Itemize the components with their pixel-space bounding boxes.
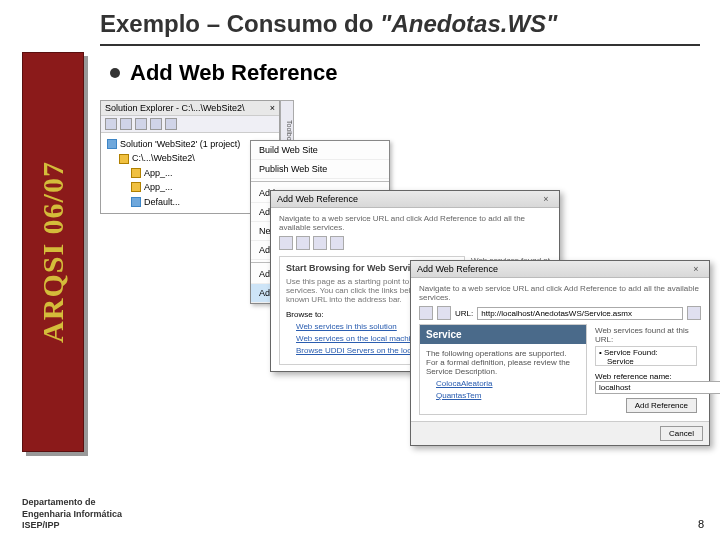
tree-label: App_... <box>144 166 173 180</box>
url-label: URL: <box>455 309 473 318</box>
sidebar-banner: ARQSI 06/07 <box>22 52 84 452</box>
ref-name-row: Web reference name: <box>595 372 697 394</box>
service-desc: The following operations are supported. … <box>426 349 580 376</box>
close-icon[interactable]: × <box>689 264 703 274</box>
dialog-desc: Navigate to a web service URL and click … <box>279 214 551 232</box>
service-pane: Service The following operations are sup… <box>419 324 587 415</box>
ref-name-input[interactable] <box>595 381 720 394</box>
bullet-icon <box>110 68 120 78</box>
forward-icon[interactable] <box>296 236 310 250</box>
found-box: • Service Found: Service <box>595 346 697 366</box>
add-reference-button[interactable]: Add Reference <box>626 398 697 413</box>
footer-line2: Engenharia Informática <box>22 509 122 521</box>
results-pane: Web services found at this URL: • Servic… <box>591 324 701 415</box>
toolbar-icon[interactable] <box>150 118 162 130</box>
tree-label: C:\...\WebSite2\ <box>132 151 195 165</box>
solution-explorer-title: Solution Explorer - C:\...\WebSite2\ <box>105 103 244 113</box>
dialog-titlebar: Add Web Reference × <box>271 191 559 208</box>
operation-link[interactable]: QuantasTem <box>436 391 570 400</box>
refresh-icon[interactable] <box>330 236 344 250</box>
close-icon[interactable]: × <box>270 103 275 113</box>
slide-title: Exemplo – Consumo do "Anedotas.WS" <box>100 10 700 46</box>
page-number: 8 <box>698 518 704 530</box>
toolbar-icon[interactable] <box>120 118 132 130</box>
sidebar-label: ARQSI 06/07 <box>36 161 70 343</box>
dialog-button-row: Cancel <box>411 421 709 445</box>
solution-icon <box>107 139 117 149</box>
dialog-body: Navigate to a web service URL and click … <box>411 278 709 421</box>
service-header: Service <box>420 325 586 344</box>
footer-line1: Departamento de <box>22 497 122 509</box>
footer-line3: ISEP/IPP <box>22 520 122 532</box>
screenshot-stack: Solution Explorer - C:\...\WebSite2\ × S… <box>100 100 710 490</box>
folder-icon <box>119 154 129 164</box>
url-input[interactable] <box>477 307 683 320</box>
url-row: URL: <box>419 306 701 320</box>
cancel-button[interactable]: Cancel <box>660 426 703 441</box>
add-web-reference-dialog-2: Add Web Reference × Navigate to a web se… <box>410 260 710 446</box>
forward-icon[interactable] <box>437 306 451 320</box>
solution-explorer-titlebar: Solution Explorer - C:\...\WebSite2\ × <box>101 101 279 116</box>
back-icon[interactable] <box>419 306 433 320</box>
dialog-title: Add Web Reference <box>417 264 498 274</box>
close-icon[interactable]: × <box>539 194 553 204</box>
found-item: • Service Found: <box>599 348 693 357</box>
operation-link[interactable]: ColocaAleatoria <box>436 379 570 388</box>
back-icon[interactable] <box>279 236 293 250</box>
dialog-columns: Service The following operations are sup… <box>419 324 701 415</box>
home-icon[interactable] <box>313 236 327 250</box>
ref-label: Web reference name: <box>595 372 697 381</box>
folder-icon <box>131 168 141 178</box>
solution-explorer-toolbar <box>101 116 279 133</box>
title-emphasis: "Anedotas.WS" <box>380 10 557 37</box>
dialog-desc: Navigate to a web service URL and click … <box>419 284 701 302</box>
menu-build[interactable]: Build Web Site <box>251 141 389 160</box>
dialog-titlebar: Add Web Reference × <box>411 261 709 278</box>
title-prefix: Exemplo – Consumo do <box>100 10 380 37</box>
bullet-row: Add Web Reference <box>110 60 337 86</box>
dialog-title: Add Web Reference <box>277 194 358 204</box>
found-service: Service <box>599 357 693 366</box>
go-icon[interactable] <box>687 306 701 320</box>
toolbar-icon[interactable] <box>165 118 177 130</box>
found-label: Web services found at this URL: <box>595 326 697 344</box>
tree-label: Default... <box>144 195 180 209</box>
file-icon <box>131 197 141 207</box>
tree-label: Solution 'WebSite2' (1 project) <box>120 137 240 151</box>
menu-publish[interactable]: Publish Web Site <box>251 160 389 179</box>
tree-label: App_... <box>144 180 173 194</box>
service-body: The following operations are supported. … <box>420 344 586 408</box>
menu-separator <box>251 181 389 182</box>
toolbar-icon[interactable] <box>105 118 117 130</box>
footer: Departamento de Engenharia Informática I… <box>22 497 122 532</box>
folder-icon <box>131 182 141 192</box>
toolbar-icon[interactable] <box>135 118 147 130</box>
nav-row <box>279 236 551 250</box>
bullet-text: Add Web Reference <box>130 60 337 86</box>
